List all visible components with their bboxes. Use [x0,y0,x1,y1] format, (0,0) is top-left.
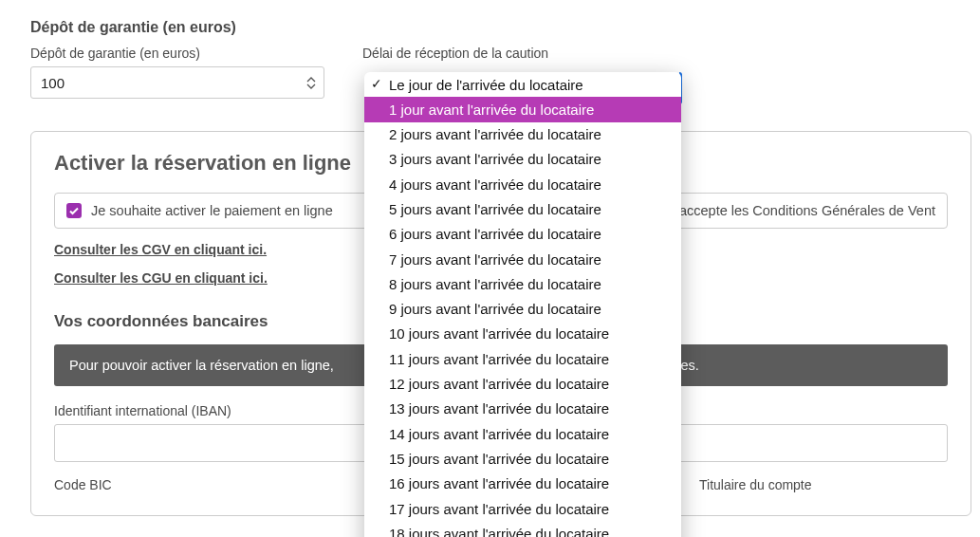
dropdown-option[interactable]: Le jour de l'arrivée du locataire [364,72,681,97]
consent-text-prefix: Je souhaite activer le paiement en ligne [91,203,333,218]
dropdown-option[interactable]: 12 jours avant l'arrivée du locataire [364,372,681,397]
chevron-up-icon [306,77,316,83]
dropdown-option[interactable]: 3 jours avant l'arrivée du locataire [364,147,681,172]
dropdown-option[interactable]: 14 jours avant l'arrivée du locataire [364,421,681,446]
dropdown-option[interactable]: 15 jours avant l'arrivée du locataire [364,446,681,471]
dropdown-option[interactable]: 5 jours avant l'arrivée du locataire [364,196,681,221]
dropdown-option[interactable]: 10 jours avant l'arrivée du locataire [364,322,681,346]
dropdown-option[interactable]: 18 jours avant l'arrivée du locataire [364,521,681,537]
check-icon [69,207,79,215]
deadline-dropdown[interactable]: Le jour de l'arrivée du locataire1 jour … [364,72,681,537]
dropdown-option[interactable]: 11 jours avant l'arrivée du locataire [364,346,681,371]
chevron-down-icon [306,83,316,89]
dropdown-option[interactable]: 13 jours avant l'arrivée du locataire [364,397,681,421]
info-prefix: Pour pouvoir activer la réservation en l… [69,358,338,373]
deposit-section-title: Dépôt de garantie (en euros) [30,19,980,36]
deadline-label: Délai de réception de la caution [362,46,548,61]
deposit-label: Dépôt de garantie (en euros) [30,46,324,61]
dropdown-option[interactable]: 17 jours avant l'arrivée du locataire [364,496,681,521]
dropdown-option[interactable]: 9 jours avant l'arrivée du locataire [364,297,681,322]
dropdown-option[interactable]: 4 jours avant l'arrivée du locataire [364,172,681,196]
deposit-value: 100 [41,75,65,91]
dropdown-option[interactable]: 16 jours avant l'arrivée du locataire [364,472,681,496]
holder-label: Titulaire du compte [699,477,812,492]
dropdown-option[interactable]: 7 jours avant l'arrivée du locataire [364,247,681,271]
dropdown-option[interactable]: 2 jours avant l'arrivée du locataire [364,122,681,147]
consent-checkbox[interactable] [66,203,82,218]
consent-text-suffix: et j'accepte les Conditions Générales de… [658,203,935,218]
dropdown-option[interactable]: 6 jours avant l'arrivée du locataire [364,222,681,247]
deposit-input[interactable]: 100 [30,66,324,99]
dropdown-option[interactable]: 1 jour avant l'arrivée du locataire [364,97,681,121]
dropdown-option[interactable]: 8 jours avant l'arrivée du locataire [364,271,681,296]
deposit-stepper[interactable] [306,71,320,94]
